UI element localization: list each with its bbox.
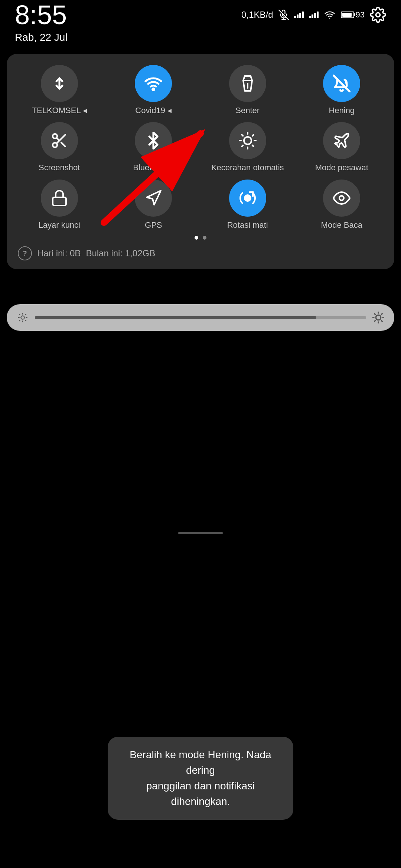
qs-tile-rotasi-mati[interactable]: Rotasi mati	[202, 180, 293, 230]
kecerahan-label: Kecerahan otomatis	[211, 163, 284, 172]
screenshot-icon-circle	[41, 122, 78, 159]
wifi-icon	[324, 10, 336, 20]
bluetooth-label: Bluetooth ◂	[133, 163, 174, 172]
toast-notification: Beralih ke mode Hening. Nada deringpangg…	[108, 737, 293, 820]
svg-line-46	[375, 320, 375, 321]
svg-line-47	[381, 314, 382, 315]
battery-indicator: 93	[341, 10, 365, 20]
lock-icon	[50, 189, 68, 207]
svg-point-39	[376, 315, 381, 320]
screenshot-label: Screenshot	[39, 163, 80, 172]
mode-pesawat-icon-circle	[323, 122, 360, 159]
rotation-lock-icon	[239, 189, 257, 207]
qs-dot-2	[203, 236, 206, 240]
status-time: 8:55	[15, 1, 67, 28]
brightness-fill	[35, 316, 316, 319]
qs-tile-bluetooth[interactable]: Bluetooth ◂	[108, 122, 199, 172]
gps-icon	[144, 189, 162, 207]
eye-icon	[333, 189, 351, 207]
toast-text: Beralih ke mode Hening. Nada deringpangg…	[130, 749, 271, 807]
data-speed: 0,1KB/d	[241, 10, 273, 20]
brightness-high-icon	[371, 310, 385, 325]
brightness-slider[interactable]	[7, 304, 394, 331]
mute-icon	[278, 10, 289, 20]
telkomsel-label: TELKOMSEL ◂	[32, 106, 87, 115]
brightness-track	[35, 316, 366, 319]
senter-label: Senter	[235, 106, 260, 115]
qs-tile-hening[interactable]: Hening	[297, 65, 387, 115]
qs-dot-1	[195, 236, 198, 240]
network-icon	[50, 75, 68, 92]
svg-point-29	[339, 196, 344, 200]
layar-kunci-icon-circle	[41, 180, 78, 217]
quick-settings-panel: TELKOMSEL ◂ Covid19 ◂	[7, 54, 394, 269]
svg-line-43	[381, 320, 382, 321]
data-today: Hari ini: 0B	[37, 248, 81, 259]
senter-icon-circle	[229, 65, 266, 102]
status-bar: 8:55 0,1KB/d	[0, 0, 401, 30]
covid19-icon-circle	[135, 65, 172, 102]
svg-point-6	[153, 89, 154, 91]
svg-line-37	[19, 320, 20, 321]
brightness-icon	[239, 132, 257, 149]
data-month: Bulan ini: 1,02GB	[86, 248, 155, 259]
rotasi-mati-label: Rotasi mati	[227, 220, 268, 230]
svg-line-17	[242, 135, 243, 136]
svg-marker-24	[147, 191, 161, 205]
mode-baca-label: Mode Baca	[321, 220, 362, 230]
svg-point-14	[244, 137, 251, 144]
mode-pesawat-label: Mode pesawat	[315, 163, 368, 172]
status-date: Rab, 22 Jul	[15, 32, 68, 43]
qs-tile-mode-pesawat[interactable]: Mode pesawat	[297, 122, 387, 172]
bell-off-icon	[333, 75, 351, 92]
home-indicator	[178, 532, 223, 534]
layar-kunci-label: Layar kunci	[38, 220, 80, 230]
svg-rect-23	[53, 197, 66, 206]
svg-line-18	[252, 145, 253, 147]
bluetooth-icon	[144, 132, 162, 149]
qs-tile-layar-kunci[interactable]: Layar kunci	[14, 180, 105, 230]
bluetooth-icon-circle	[135, 122, 172, 159]
qs-tile-screenshot[interactable]: Screenshot	[14, 122, 105, 172]
qs-tile-telkomsel[interactable]: TELKOMSEL ◂	[14, 65, 105, 115]
data-usage-icon-symbol: ?	[23, 250, 27, 257]
svg-line-34	[25, 320, 26, 321]
svg-line-22	[252, 135, 253, 136]
airplane-icon	[333, 132, 351, 149]
qs-tile-kecerahan[interactable]: Kecerahan otomatis	[202, 122, 293, 172]
settings-gear-icon[interactable]	[370, 7, 386, 23]
telkomsel-icon-circle	[41, 65, 78, 102]
signal-bars-1	[294, 11, 304, 18]
status-right-icons: 0,1KB/d	[241, 7, 386, 23]
wifi-qs-icon	[144, 75, 162, 92]
signal-bars-2	[309, 11, 319, 18]
gps-icon-circle	[135, 180, 172, 217]
hening-label: Hening	[329, 106, 355, 115]
qs-tile-gps[interactable]: GPS	[108, 180, 199, 230]
gps-label: GPS	[145, 220, 162, 230]
svg-line-38	[25, 314, 26, 315]
svg-line-12	[61, 142, 65, 147]
data-usage-row: ? Hari ini: 0B Bulan ini: 1,02GB	[14, 246, 387, 260]
flashlight-icon	[239, 75, 257, 92]
battery-percent: 93	[356, 10, 365, 20]
qs-tile-covid19[interactable]: Covid19 ◂	[108, 65, 199, 115]
svg-line-33	[19, 314, 20, 315]
brightness-low-icon	[16, 310, 30, 325]
qs-tiles-grid: TELKOMSEL ◂ Covid19 ◂	[14, 65, 387, 230]
qs-page-dots	[14, 236, 387, 240]
rotasi-mati-icon-circle	[229, 180, 266, 217]
svg-rect-26	[246, 197, 249, 200]
svg-line-13	[56, 138, 59, 141]
mode-baca-icon-circle	[323, 180, 360, 217]
svg-point-30	[21, 316, 24, 319]
qs-tile-mode-baca[interactable]: Mode Baca	[297, 180, 387, 230]
qs-tile-senter[interactable]: Senter	[202, 65, 293, 115]
data-usage-icon: ?	[18, 246, 32, 260]
svg-point-4	[376, 13, 380, 17]
svg-line-21	[242, 145, 243, 147]
scissors-icon	[50, 132, 68, 149]
covid19-label: Covid19 ◂	[135, 106, 172, 115]
hening-icon-circle	[323, 65, 360, 102]
svg-line-42	[375, 314, 375, 315]
